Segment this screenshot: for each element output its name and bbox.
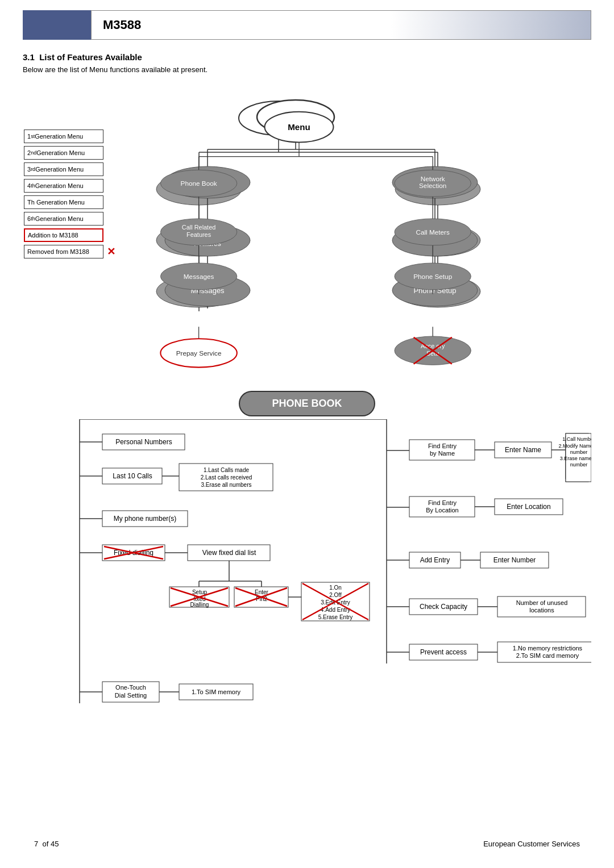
phonebook-title: PHONE BOOK	[239, 391, 375, 416]
svg-text:Enter Number: Enter Number	[493, 556, 536, 564]
svg-text:Enter Name: Enter Name	[505, 446, 541, 454]
svg-text:1.Last Calls made: 1.Last Calls made	[204, 467, 249, 473]
legend-item-1: 1st Generation Menu	[24, 130, 115, 143]
legend-box-removed: Removed from M3188	[24, 245, 103, 258]
legend-item-removed: Removed from M3188 ✕	[24, 245, 115, 258]
legend-box-6: 6th Generation Menu	[24, 212, 103, 226]
svg-text:Prevent access: Prevent access	[420, 648, 467, 656]
svg-text:Phone Book: Phone Book	[181, 180, 217, 187]
phonebook-diagram-svg: Personal Numbers Last 10 Calls 1.Last Ca…	[11, 419, 591, 737]
header-title: M3588	[91, 10, 591, 40]
section-description: Below are the list of Menu functions ava…	[23, 65, 591, 74]
svg-text:Phone Setup: Phone Setup	[413, 273, 452, 280]
legend-box-5: Th Generation Menu	[24, 195, 103, 209]
svg-text:1.On: 1.On	[329, 585, 342, 591]
svg-text:3.Edit Entry: 3.Edit Entry	[321, 599, 350, 606]
svg-text:Setup: Setup	[192, 589, 208, 595]
phonebook-section: PHONE BOOK Personal Numbers Last 10 Call…	[11, 391, 603, 739]
svg-text:number: number	[570, 462, 588, 468]
legend-item-3: 3rd Generation Menu	[24, 162, 115, 176]
svg-text:.: .	[398, 475, 399, 476]
svg-text:Messages: Messages	[184, 273, 214, 280]
menu-diagram: 1st Generation Menu 2nd Generation Menu …	[11, 84, 603, 323]
legend: 1st Generation Menu 2nd Generation Menu …	[24, 130, 115, 261]
legend-item-5: Th Generation Menu	[24, 195, 115, 209]
menu-final-svg: Menu Phone Book Call Related Features Me…	[108, 84, 586, 323]
svg-text:5.Erase Entry: 5.Erase Entry	[318, 614, 353, 620]
svg-text:2.To SIM card memory: 2.To SIM card memory	[516, 652, 579, 659]
prepay-svg: Prepay Service Acce ory Setu	[108, 323, 586, 374]
svg-text:Enter Location: Enter Location	[507, 503, 550, 511]
footer-company: European Customer Services	[483, 840, 580, 848]
svg-text:View fixed dial list: View fixed dial list	[202, 549, 256, 557]
legend-item-4: 4th Generation Menu	[24, 179, 115, 193]
svg-text:Last 10 Calls: Last 10 Calls	[113, 472, 152, 480]
svg-text:By Location: By Location	[426, 507, 458, 514]
header-blue-bar	[23, 10, 91, 40]
svg-text:My phone number(s): My phone number(s)	[114, 515, 177, 523]
svg-text:Prepay Service: Prepay Service	[176, 349, 222, 357]
svg-text:number: number	[570, 449, 588, 455]
svg-text:3.Erase all numbers: 3.Erase all numbers	[201, 482, 252, 488]
svg-text:2.Modify Name or: 2.Modify Name or	[558, 443, 591, 449]
svg-text:1.To SIM memory: 1.To SIM memory	[192, 688, 241, 695]
svg-text:Acce  ory: Acce ory	[421, 343, 445, 349]
svg-text:Enter: Enter	[255, 589, 269, 595]
header: M3588	[23, 10, 591, 40]
svg-text:Call Related: Call Related	[182, 224, 215, 231]
svg-text:Number of unused: Number of unused	[516, 599, 568, 606]
legend-box-addition: Addition to M3188	[24, 228, 103, 242]
legend-item-2: 2nd Generation Menu	[24, 146, 115, 160]
legend-box-1: 1st Generation Menu	[24, 130, 103, 143]
svg-text:Check Capacity: Check Capacity	[420, 603, 467, 611]
legend-box-2: 2nd Generation Menu	[24, 146, 103, 160]
svg-text:Features: Features	[186, 231, 211, 238]
svg-text:locations: locations	[529, 607, 554, 614]
section-heading: 3.1 List of Features Available	[23, 52, 591, 62]
svg-text:Find Entry: Find Entry	[428, 443, 457, 449]
svg-text:One-Touch: One-Touch	[115, 684, 146, 691]
svg-text:by Name: by Name	[430, 450, 455, 457]
svg-text:Find Entry: Find Entry	[428, 499, 457, 506]
svg-text:Selection: Selection	[419, 182, 446, 189]
legend-box-4: 4th Generation Menu	[24, 179, 103, 193]
svg-text:Network: Network	[421, 175, 445, 182]
legend-item-6: 6th Generation Menu	[24, 212, 115, 226]
legend-box-3: 3rd Generation Menu	[24, 162, 103, 176]
prepay-row: Prepay Service Acce ory Setu	[11, 323, 603, 374]
svg-text:1.Call Number: 1.Call Number	[562, 436, 591, 442]
svg-text:Call Meters: Call Meters	[416, 228, 450, 236]
svg-text:2.Off: 2.Off	[329, 592, 342, 598]
svg-text:Menu: Menu	[288, 122, 310, 132]
svg-text:Add Entry: Add Entry	[420, 556, 450, 564]
legend-item-addition: Addition to M3188	[24, 228, 115, 242]
footer: 7 of 45 European Customer Services	[0, 840, 614, 848]
svg-text:Dial Setting: Dial Setting	[115, 692, 147, 699]
svg-text:1.No memory restrictions: 1.No memory restrictions	[513, 645, 583, 652]
svg-text:3.Erase name or: 3.Erase name or	[560, 456, 591, 461]
svg-text:Dialling: Dialling	[190, 602, 209, 608]
footer-page: 7 of 45	[34, 840, 59, 848]
section-title: 3.1 List of Features Available	[23, 52, 591, 62]
svg-text:2.Last calls received: 2.Last calls received	[201, 474, 252, 481]
svg-text:Personal Numbers: Personal Numbers	[115, 438, 172, 446]
